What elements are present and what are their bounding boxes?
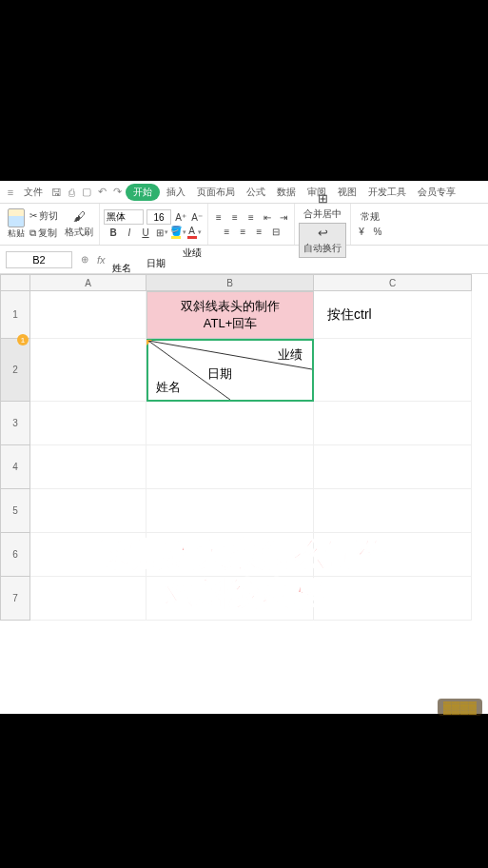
orientation-icon[interactable]: ⊟: [269, 225, 283, 238]
select-all-corner[interactable]: [0, 274, 30, 291]
cell-b7[interactable]: [146, 577, 314, 621]
paste-label: 粘贴: [8, 227, 25, 240]
row-header-1[interactable]: 1: [0, 291, 30, 339]
increase-font-icon[interactable]: A⁺: [174, 210, 187, 224]
font-size-select[interactable]: [146, 209, 171, 225]
cell-c7[interactable]: [314, 577, 472, 621]
row-3: 3: [0, 402, 488, 445]
col-header-c[interactable]: C: [314, 274, 472, 291]
col-header-b[interactable]: B: [146, 274, 314, 291]
row-2: 2 1 业绩 日期 姓名: [0, 339, 488, 402]
align-center-icon[interactable]: ≡: [237, 225, 250, 238]
menu-insert[interactable]: 插入: [162, 184, 190, 201]
cell-c4[interactable]: [314, 445, 472, 489]
col-header-a[interactable]: A: [30, 274, 146, 291]
menu-layout[interactable]: 页面布局: [192, 184, 240, 201]
cell-a7[interactable]: [30, 577, 146, 621]
cell-b5[interactable]: [146, 489, 314, 533]
cell-c1[interactable]: 按住ctrl: [314, 291, 472, 339]
row-4: 4: [0, 445, 488, 489]
cut-button[interactable]: ✂剪切: [28, 208, 60, 224]
formula-display[interactable]: 业绩 日期 姓名: [112, 247, 488, 273]
cell-b3[interactable]: [146, 402, 314, 445]
indent-right-icon[interactable]: ⇥: [277, 210, 290, 224]
cell-b2[interactable]: 业绩 日期 姓名: [146, 339, 314, 402]
paste-icon: [8, 208, 25, 227]
align-right-icon[interactable]: ≡: [253, 225, 266, 238]
currency-button[interactable]: ¥: [355, 225, 368, 238]
cell-a2[interactable]: 1: [30, 339, 146, 402]
align-bottom-icon[interactable]: ≡: [244, 210, 258, 224]
merge-icon: ⊞: [318, 191, 328, 206]
number-format-label[interactable]: 常规: [361, 210, 380, 224]
row-header-2[interactable]: 2: [0, 339, 30, 402]
copy-label: 复制: [38, 227, 57, 240]
cell-a4[interactable]: [30, 445, 146, 489]
cell-c2[interactable]: [314, 339, 472, 402]
border-button[interactable]: ⊞▾: [155, 226, 168, 239]
print-icon[interactable]: ⎙: [65, 186, 78, 199]
row-7: 7: [0, 577, 488, 621]
cell-c5[interactable]: [314, 489, 472, 533]
name-box[interactable]: [6, 251, 72, 268]
align-middle-icon[interactable]: ≡: [228, 210, 242, 224]
align-top-icon[interactable]: ≡: [212, 210, 225, 224]
comment-indicator[interactable]: 1: [17, 334, 29, 345]
cell-b1-line2: ATL+回车: [204, 315, 257, 332]
cell-b1[interactable]: 双斜线表头的制作 ATL+回车: [146, 291, 314, 339]
menu-icon[interactable]: ≡: [4, 186, 17, 199]
row-header-4[interactable]: 4: [0, 445, 30, 489]
font-name-select[interactable]: [104, 209, 144, 225]
bold-button[interactable]: B: [107, 226, 120, 239]
redo-icon[interactable]: ↷: [110, 186, 124, 199]
merge-button[interactable]: ⊞ 合并居中: [302, 190, 343, 222]
row-header-3[interactable]: 3: [0, 402, 30, 445]
italic-button[interactable]: I: [123, 226, 136, 239]
indent-left-icon[interactable]: ⇤: [261, 210, 274, 224]
menu-start[interactable]: 开始: [126, 184, 160, 201]
insert-fn-icon[interactable]: ⊕: [78, 253, 91, 266]
menu-file[interactable]: 文件: [19, 184, 48, 201]
row-header-7[interactable]: 7: [0, 577, 30, 621]
brush-icon: 🖌: [73, 209, 86, 224]
preview-icon[interactable]: ▢: [80, 186, 93, 199]
cell-c1-text: 按住ctrl: [327, 306, 372, 324]
align-left-icon[interactable]: ≡: [221, 225, 234, 238]
merge-group: ⊞ 合并居中 ↩ 自动换行: [295, 204, 351, 245]
cut-label: 剪切: [39, 209, 58, 223]
cell-b6[interactable]: [146, 533, 314, 577]
row-header-6[interactable]: 6: [0, 533, 30, 577]
comment-number: 1: [21, 336, 25, 345]
copy-button[interactable]: ⧉复制: [28, 226, 60, 241]
format-painter-button[interactable]: 🖌 格式刷: [63, 208, 95, 240]
menu-member[interactable]: 会员专享: [413, 184, 460, 201]
cell-c6[interactable]: [314, 533, 472, 577]
percent-button[interactable]: %: [371, 225, 384, 238]
save-icon[interactable]: 🖫: [49, 186, 63, 199]
copy-icon: ⧉: [29, 227, 36, 239]
align-group: ≡ ≡ ≡ ⇤ ⇥ ≡ ≡ ≡ ⊟: [208, 204, 295, 245]
scissors-icon: ✂: [29, 210, 37, 221]
cell-a6[interactable]: [30, 533, 146, 577]
decrease-font-icon[interactable]: A⁻: [190, 210, 204, 224]
underline-button[interactable]: U: [139, 226, 152, 239]
font-color-button[interactable]: A▾: [187, 226, 201, 239]
ribbon: 粘贴 ✂剪切 ⧉复制 🖌 格式刷 A⁺ A⁻ B I: [0, 204, 488, 246]
cell-a1[interactable]: [30, 291, 146, 339]
menu-dev[interactable]: 开发工具: [363, 184, 411, 201]
cell-c3[interactable]: [314, 402, 472, 445]
menu-formula[interactable]: 公式: [242, 184, 270, 201]
format-painter-label: 格式刷: [65, 226, 93, 239]
cell-a5[interactable]: [30, 489, 146, 533]
fx-label: fx: [97, 254, 106, 266]
row-6: 6: [0, 533, 488, 577]
fill-color-button[interactable]: 🪣▾: [171, 226, 185, 239]
row-1: 1 双斜线表头的制作 ATL+回车 按住ctrl: [0, 291, 488, 339]
cell-b4[interactable]: [146, 445, 314, 489]
menu-data[interactable]: 数据: [272, 184, 301, 201]
paste-button[interactable]: 粘贴: [8, 208, 25, 240]
menu-bar: ≡ 文件 🖫 ⎙ ▢ ↶ ↷ 开始 插入 页面布局 公式 数据 审阅 视图 开发…: [0, 181, 488, 204]
undo-icon[interactable]: ↶: [95, 186, 108, 199]
row-header-5[interactable]: 5: [0, 489, 30, 533]
cell-a3[interactable]: [30, 402, 146, 445]
